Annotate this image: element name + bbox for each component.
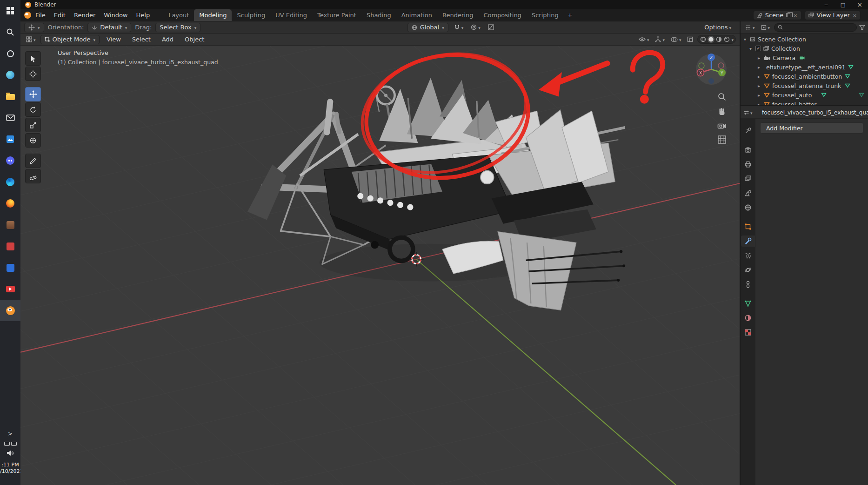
tab-compositing[interactable]: Compositing — [478, 9, 527, 21]
menu-select[interactable]: Select — [128, 34, 155, 44]
cursor-tool[interactable] — [25, 67, 41, 81]
tab-output[interactable] — [741, 159, 755, 170]
expand-icon[interactable] — [756, 65, 761, 70]
taskbar-app-teal[interactable] — [0, 64, 20, 86]
menu-help[interactable]: Help — [132, 10, 154, 20]
unlink-scene-icon[interactable] — [793, 12, 797, 19]
menu-file[interactable]: File — [31, 10, 50, 20]
mode-dropdown[interactable]: Object Mode — [40, 35, 100, 44]
menu-window[interactable]: Window — [100, 10, 132, 20]
add-workspace-button[interactable]: + — [564, 9, 576, 21]
zoom-icon[interactable] — [717, 92, 727, 101]
add-modifier-button[interactable]: Add Modifier — [760, 122, 863, 134]
outliner-row-mesh-clipped[interactable]: focussel_batter — [741, 100, 868, 106]
expand-icon[interactable] — [756, 83, 761, 88]
taskbar-start-button[interactable] — [0, 0, 20, 21]
remove-view-layer-icon[interactable] — [853, 12, 857, 19]
taskbar-photos[interactable] — [0, 128, 20, 150]
options-dropdown[interactable]: Options — [702, 23, 733, 32]
view-layer-selector[interactable]: View Layer — [805, 11, 861, 20]
tab-uv-editing[interactable]: UV Editing — [270, 9, 312, 21]
taskbar-app-blue[interactable] — [0, 257, 20, 278]
taskbar-file-explorer[interactable] — [0, 86, 20, 107]
outliner-row-mesh[interactable]: efixturetype__eft_aerial091 — [741, 62, 868, 72]
scene-selector[interactable]: Scene — [753, 11, 801, 20]
measure-tool[interactable] — [25, 169, 41, 183]
menu-view[interactable]: View — [102, 34, 125, 44]
outliner-row-camera[interactable]: Camera — [741, 53, 868, 62]
menu-object[interactable]: Object — [180, 34, 208, 44]
shading-material-button[interactable] — [715, 36, 722, 43]
taskbar-cortana-button[interactable] — [0, 43, 20, 64]
gizmos-dropdown[interactable] — [653, 35, 667, 44]
outliner-row-scene-collection[interactable]: Scene Collection — [741, 34, 868, 44]
expand-icon[interactable] — [756, 55, 761, 61]
collection-checkbox[interactable] — [755, 46, 761, 51]
tab-constraints[interactable] — [741, 279, 755, 290]
visibility-dropdown[interactable] — [637, 35, 651, 44]
expand-icon[interactable] — [742, 37, 748, 42]
menu-edit[interactable]: Edit — [50, 10, 70, 20]
tab-physics[interactable] — [741, 264, 755, 276]
tab-material[interactable] — [741, 312, 755, 323]
drag-dropdown[interactable]: Select Box — [155, 23, 200, 32]
filter-funnel-icon[interactable] — [859, 25, 865, 30]
outliner-row-mesh[interactable]: focussel_antenna_trunk — [741, 81, 868, 90]
taskbar-app-red[interactable] — [0, 236, 20, 257]
shading-wireframe-button[interactable] — [700, 36, 707, 43]
taskbar-search-button[interactable] — [0, 21, 20, 43]
orthographic-grid-icon[interactable] — [717, 135, 727, 144]
new-scene-icon[interactable] — [786, 13, 790, 17]
transform-orientation-dropdown[interactable]: Global — [407, 23, 448, 32]
transform-tool[interactable] — [25, 133, 41, 148]
tab-layout[interactable]: Layout — [163, 9, 194, 21]
maximize-button[interactable] — [835, 0, 851, 9]
tab-rendering[interactable]: Rendering — [437, 9, 478, 21]
tab-modifiers-active[interactable] — [741, 236, 755, 247]
editor-type-button[interactable] — [24, 35, 38, 44]
falloff-button[interactable] — [486, 23, 496, 32]
taskbar-blender-active[interactable] — [0, 300, 20, 321]
tab-render[interactable] — [741, 144, 755, 155]
orientation-dropdown[interactable]: Default — [87, 23, 131, 32]
snap-toggle-button[interactable] — [452, 23, 466, 32]
tab-texture[interactable] — [741, 327, 755, 338]
expand-icon[interactable] — [748, 46, 753, 51]
pan-hand-icon[interactable] — [717, 107, 727, 116]
xray-toggle[interactable] — [685, 35, 695, 44]
close-button[interactable] — [851, 0, 868, 9]
outliner-editor-type-button[interactable] — [743, 23, 757, 32]
tab-shading[interactable]: Shading — [361, 9, 396, 21]
taskbar-clock[interactable]: :11 PM /10/2021 — [0, 462, 20, 475]
move-tool-active[interactable] — [25, 87, 41, 101]
properties-editor-type-button[interactable] — [743, 109, 753, 116]
minimize-button[interactable] — [818, 0, 835, 9]
taskbar-discord[interactable] — [0, 150, 20, 171]
scale-tool[interactable] — [25, 118, 41, 132]
speaker-icon[interactable] — [7, 450, 14, 456]
tab-world[interactable] — [741, 202, 755, 213]
proportional-editing-button[interactable] — [469, 23, 482, 32]
tab-texture-paint[interactable]: Texture Paint — [312, 9, 361, 21]
outliner-row-mesh[interactable]: focussel_auto — [741, 90, 868, 100]
tab-animation[interactable]: Animation — [396, 9, 437, 21]
tab-sculpting[interactable]: Sculpting — [232, 9, 270, 21]
expand-icon[interactable] — [756, 102, 761, 106]
tab-particles[interactable] — [741, 250, 755, 261]
tab-object[interactable] — [741, 221, 755, 232]
tray-display-icons[interactable] — [4, 442, 17, 446]
outliner-row-collection[interactable]: Collection — [741, 44, 868, 53]
expand-icon[interactable] — [756, 74, 761, 79]
blender-menu-icon[interactable] — [24, 12, 31, 19]
shading-rendered-button[interactable] — [723, 36, 730, 43]
tab-scene[interactable] — [741, 188, 755, 199]
outliner-display-mode-button[interactable] — [759, 23, 772, 32]
3d-viewport[interactable]: User Perspective (1) Collection | focuss… — [20, 46, 740, 485]
tray-expand-chevron-icon[interactable] — [8, 431, 13, 437]
menu-render[interactable]: Render — [70, 10, 100, 20]
outliner-row-mesh[interactable]: focussel_ambientbutton — [741, 72, 868, 81]
shading-solid-button[interactable] — [708, 36, 714, 43]
tab-view-layer[interactable] — [741, 173, 755, 184]
outliner-search-field[interactable] — [774, 23, 857, 32]
overlays-dropdown[interactable] — [669, 35, 683, 44]
